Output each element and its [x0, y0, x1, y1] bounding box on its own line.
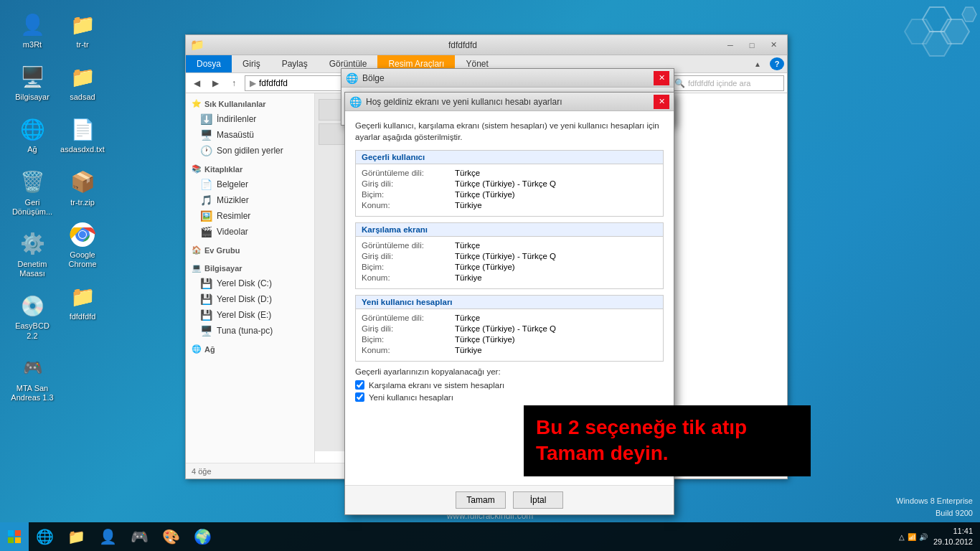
sidebar-section-homegroup: 🏠 Ev Grubu	[186, 242, 314, 258]
gecerli-label-1: Görüntüleme dili:	[362, 169, 455, 177]
desktop-icon-asdasdxd[interactable]: 📄 asdasdxd.txt	[57, 112, 108, 157]
desktop-icon-fdfdfdfd[interactable]: 📁 fdfdfdfd	[57, 279, 108, 324]
gecerli-row-4: Konum: Türkiye	[362, 201, 657, 209]
sidebar-header-libraries[interactable]: 📚 Kitaplıklar	[186, 161, 314, 176]
nav-forward-btn[interactable]: ▶	[207, 75, 223, 91]
gecerli-label-4: Konum:	[362, 201, 455, 209]
karsılama-row-4: Konum: Türkiye	[362, 273, 657, 282]
ribbon-minimize-btn[interactable]: ▲	[748, 57, 767, 71]
sidebar-item-muzikler[interactable]: 🎵 Müzikler	[186, 192, 314, 208]
desktop-icon-mta[interactable]: 🎮 MTA San Andreas 1.3	[7, 351, 57, 405]
iptal-button[interactable]: İptal	[513, 491, 563, 509]
desktop: 👤 m3Rt 🖥️ Bilgisayar 🌐 Ağ 🗑️ Geri Dönüşü…	[0, 0, 980, 551]
taskbar-user-btn[interactable]: 👤	[92, 522, 123, 551]
checkbox-yeni-kullanici-input[interactable]	[355, 392, 364, 402]
taskbar-date: 29.10.2012	[933, 537, 973, 547]
sidebar-item-disk-c[interactable]: 💾 Yerel Disk (C:)	[186, 276, 314, 291]
desktop-icon-google-chrome[interactable]: Google Chrome	[57, 217, 108, 272]
desktop-icon-tr-tr-zip-label: tr-tr.zip	[70, 198, 95, 207]
desktop-icon-tr-tr[interactable]: 📁 tr-tr	[57, 7, 108, 52]
checkbox-karsılama-label: Karşılama ekranı ve sistem hesapları	[369, 381, 504, 390]
taskbar-paint-btn[interactable]: 🎨	[155, 522, 187, 551]
computer-icon: 💻	[192, 263, 202, 273]
taskbar-explorer-btn[interactable]: 📁	[60, 522, 92, 551]
address-path-text: fdfdfdfd	[259, 78, 288, 88]
nav-back-btn[interactable]: ◀	[189, 75, 204, 91]
ribbon-help-btn[interactable]: ?	[770, 57, 784, 70]
sidebar-item-belgeler[interactable]: 📄 Belgeler	[186, 176, 314, 192]
desktop-icon-geri-donusum[interactable]: 🗑️ Geri Dönüşüm...	[7, 165, 57, 220]
desktop-icon-sidebar: 🖥️	[200, 129, 212, 141]
gecerli-kullanici-header: Geçerli kullanıcı	[356, 151, 663, 164]
sidebar-header-favorites[interactable]: ⭐ Sık Kullanılanlar	[186, 96, 314, 111]
pictures-icon: 🖼️	[200, 210, 212, 222]
checkbox-yeni-kullanici: Yeni kullanıcı hesapları	[355, 392, 664, 402]
desktop-icon-m3rt-label: m3Rt	[23, 40, 42, 50]
sidebar-item-disk-d[interactable]: 💾 Yerel Disk (D:)	[186, 291, 314, 307]
taskbar-start-btn[interactable]	[0, 522, 29, 551]
win-branding-line1: Windows 8 Enterprise	[896, 495, 973, 507]
sidebar-item-disk-e[interactable]: 💾 Yerel Disk (E:)	[186, 307, 314, 323]
hex-decoration	[858, 0, 980, 79]
gecerli-row-3: Biçim: Türkçe (Türkiye)	[362, 190, 657, 199]
welcome-titlebar: 🌐 Hoş geldiniz ekranı ve yeni kullanıcı …	[345, 93, 674, 111]
sidebar-item-resimler[interactable]: 🖼️ Resimler	[186, 208, 314, 224]
desktop-icon-fdfdfdfd-label: fdfdfdfd	[70, 312, 96, 321]
bolge-dialog-icon: 🌐	[346, 72, 358, 84]
welcome-footer: Tamam İptal	[345, 485, 674, 514]
explorer-maximize-btn[interactable]: □	[743, 38, 761, 52]
welcome-close-btn[interactable]: ✕	[654, 95, 669, 109]
taskbar-sys-icons: △ 📶 🔊	[899, 533, 928, 541]
gecerli-row-2: Giriş dili: Türkçe (Türkiye) - Türkçe Q	[362, 179, 657, 188]
sidebar-item-recent[interactable]: 🕐 Son gidilen yerler	[186, 143, 314, 159]
ribbon-tab-dosya[interactable]: Dosya	[186, 55, 232, 72]
desktop-icon-ag[interactable]: 🌐 Ağ	[7, 112, 57, 157]
desktop-icon-m3rt[interactable]: 👤 m3Rt	[7, 7, 57, 52]
taskbar-clock[interactable]: 11:41 29.10.2012	[933, 526, 973, 548]
search-box[interactable]: 🔍 fdfdfdfd içinde ara	[669, 75, 784, 91]
sidebar-item-indirilenler[interactable]: ⬇️ İndirilenler	[186, 111, 314, 127]
desktop-icon-sadsad[interactable]: 📁 sadsad	[57, 60, 108, 105]
bolge-close-btn[interactable]: ✕	[654, 71, 669, 85]
nav-up-btn[interactable]: ↑	[226, 75, 242, 91]
desktop-icon-easybcd[interactable]: 💿 EasyBCD 2.2	[7, 288, 57, 343]
gecerli-value-1: Türkçe	[455, 169, 480, 177]
explorer-minimize-btn[interactable]: ─	[721, 38, 740, 52]
ribbon-tab-paylas[interactable]: Paylaş	[271, 55, 319, 72]
checkbox-karsılama-input[interactable]	[355, 380, 364, 390]
volume-icon: 🔊	[919, 533, 928, 541]
svg-marker-3	[905, 19, 933, 44]
sidebar-section-favorites: ⭐ Sık Kullanılanlar ⬇️ İndirilenler 🖥️ M…	[186, 96, 314, 159]
taskbar-ie-btn[interactable]: 🌐	[29, 522, 60, 551]
gecerli-row-1: Görüntüleme dili: Türkçe	[362, 169, 657, 177]
taskbar-game-btn[interactable]: 🎮	[123, 522, 155, 551]
network-icon: 📶	[908, 533, 916, 541]
sidebar-header-computer[interactable]: 💻 Bilgisayar	[186, 260, 314, 276]
sidebar-libraries-label: Kitaplıklar	[204, 165, 242, 174]
karsılama-header: Karşılama ekranı	[356, 223, 663, 237]
gecerli-value-2: Türkçe (Türkiye) - Türkçe Q	[455, 179, 556, 188]
sidebar-favorites-label: Sık Kullanılanlar	[204, 100, 266, 108]
sidebar-network-label: Ağ	[204, 345, 215, 354]
desktop-icons-col2: 📁 tr-tr 📁 sadsad 📄 asdasdxd.txt 📦 tr-tr.…	[57, 7, 108, 324]
taskbar-globe-btn[interactable]: 🌍	[187, 522, 218, 551]
tamam-button[interactable]: Tamam	[456, 491, 506, 509]
desktop-icon-denetim[interactable]: ⚙️ Denetim Masası	[7, 227, 57, 281]
explorer-close-btn[interactable]: ✕	[764, 38, 783, 52]
desktop-icon-tr-tr-zip[interactable]: 📦 tr-tr.zip	[57, 165, 108, 210]
sidebar-item-videolar[interactable]: 🎬 Videolar	[186, 224, 314, 240]
sidebar-header-homegroup[interactable]: 🏠 Ev Grubu	[186, 242, 314, 258]
disk-icon: 💾	[200, 278, 212, 289]
desktop-icon-geri-donusum-label: Geri Dönüşüm...	[10, 198, 55, 217]
ribbon-tab-giris[interactable]: Giriş	[232, 55, 271, 72]
sidebar-header-network[interactable]: 🌐 Ağ	[186, 342, 314, 357]
desktop-icon-bilgisayar[interactable]: 🖥️ Bilgisayar	[7, 60, 57, 105]
sidebar-section-computer: 💻 Bilgisayar 💾 Yerel Disk (C:) 💾 Yerel D…	[186, 260, 314, 339]
sidebar-item-tuna[interactable]: 🖥️ Tuna (tuna-pc)	[186, 323, 314, 339]
sidebar-item-masaustu[interactable]: 🖥️ Masaüstü	[186, 127, 314, 143]
desktop-icon-tr-tr-label: tr-tr	[76, 40, 88, 50]
docs-icon: 📄	[200, 179, 212, 190]
sidebar-section-libraries: 📚 Kitaplıklar 📄 Belgeler 🎵 Müzikler 🖼️ R…	[186, 161, 314, 240]
karsılama-table: Görüntüleme dili: Türkçe Giriş dili: Tür…	[356, 237, 663, 288]
svg-marker-4	[962, 7, 976, 22]
